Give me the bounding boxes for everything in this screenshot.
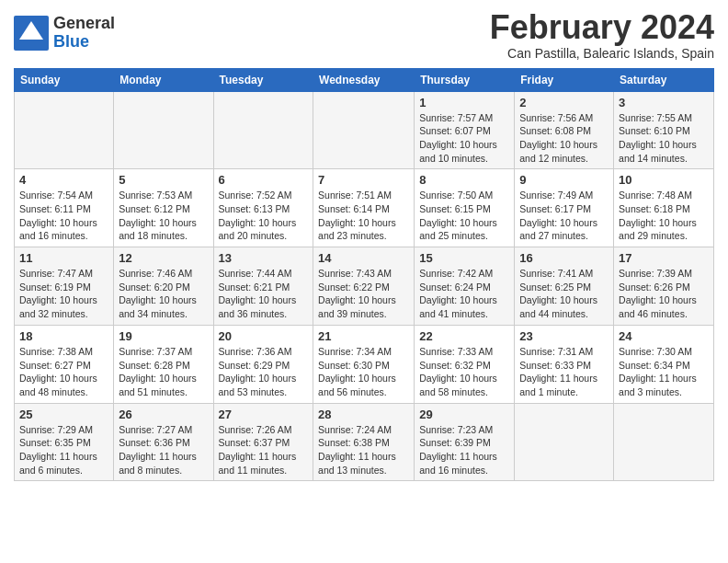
day-info: Sunrise: 7:50 AMSunset: 6:15 PMDaylight:… (419, 189, 509, 243)
day-number: 7 (318, 173, 409, 187)
header-monday: Monday (114, 68, 213, 91)
calendar-table: SundayMondayTuesdayWednesdayThursdayFrid… (14, 68, 714, 482)
title-section: February 2024 Can Pastilla, Balearic Isl… (490, 9, 714, 61)
day-info: Sunrise: 7:48 AMSunset: 6:18 PMDaylight:… (619, 189, 709, 243)
day-info: Sunrise: 7:38 AMSunset: 6:27 PMDaylight:… (19, 345, 108, 399)
logo-icon (14, 16, 49, 51)
week-row-5: 25Sunrise: 7:29 AMSunset: 6:35 PMDayligh… (15, 403, 714, 481)
day-number: 27 (219, 408, 309, 421)
day-info: Sunrise: 7:23 AMSunset: 6:39 PMDaylight:… (419, 423, 509, 477)
day-info: Sunrise: 7:39 AMSunset: 6:26 PMDaylight:… (619, 267, 709, 321)
day-number: 10 (619, 173, 709, 187)
logo: General Blue (14, 15, 115, 52)
calendar-cell: 9Sunrise: 7:49 AMSunset: 6:17 PMDaylight… (515, 169, 614, 247)
day-info: Sunrise: 7:49 AMSunset: 6:17 PMDaylight:… (519, 189, 609, 243)
calendar-cell: 27Sunrise: 7:26 AMSunset: 6:37 PMDayligh… (213, 403, 313, 481)
day-number: 18 (19, 329, 108, 343)
day-info: Sunrise: 7:37 AMSunset: 6:28 PMDaylight:… (119, 345, 208, 399)
day-number: 9 (519, 173, 609, 187)
day-info: Sunrise: 7:51 AMSunset: 6:14 PMDaylight:… (318, 189, 409, 243)
header-tuesday: Tuesday (213, 68, 313, 91)
day-number: 23 (519, 329, 609, 343)
day-number: 13 (219, 251, 309, 265)
calendar-cell: 5Sunrise: 7:53 AMSunset: 6:12 PMDaylight… (114, 169, 213, 247)
week-row-4: 18Sunrise: 7:38 AMSunset: 6:27 PMDayligh… (15, 325, 714, 403)
day-number: 14 (318, 251, 409, 265)
day-info: Sunrise: 7:41 AMSunset: 6:25 PMDaylight:… (519, 267, 609, 321)
header-row: SundayMondayTuesdayWednesdayThursdayFrid… (15, 68, 714, 91)
calendar-cell (15, 91, 114, 169)
day-number: 21 (318, 329, 409, 343)
day-info: Sunrise: 7:26 AMSunset: 6:37 PMDaylight:… (219, 423, 309, 477)
calendar-cell: 13Sunrise: 7:44 AMSunset: 6:21 PMDayligh… (213, 247, 313, 326)
location-title: Can Pastilla, Balearic Islands, Spain (490, 46, 714, 61)
day-number: 4 (19, 173, 108, 187)
calendar-cell: 11Sunrise: 7:47 AMSunset: 6:19 PMDayligh… (15, 247, 114, 326)
day-info: Sunrise: 7:42 AMSunset: 6:24 PMDaylight:… (419, 267, 509, 321)
day-info: Sunrise: 7:56 AMSunset: 6:08 PMDaylight:… (519, 111, 609, 166)
day-info: Sunrise: 7:47 AMSunset: 6:19 PMDaylight:… (19, 267, 108, 321)
day-number: 24 (619, 329, 709, 343)
calendar-cell: 10Sunrise: 7:48 AMSunset: 6:18 PMDayligh… (614, 169, 714, 247)
day-number: 17 (619, 251, 709, 265)
calendar-cell (515, 403, 614, 481)
header-sunday: Sunday (15, 68, 114, 91)
calendar-cell: 19Sunrise: 7:37 AMSunset: 6:28 PMDayligh… (114, 325, 213, 403)
day-info: Sunrise: 7:44 AMSunset: 6:21 PMDaylight:… (219, 267, 309, 321)
day-info: Sunrise: 7:54 AMSunset: 6:11 PMDaylight:… (19, 189, 108, 243)
day-number: 1 (419, 96, 509, 109)
page-header: General Blue February 2024 Can Pastilla,… (14, 9, 714, 61)
week-row-3: 11Sunrise: 7:47 AMSunset: 6:19 PMDayligh… (15, 247, 714, 326)
calendar-cell: 14Sunrise: 7:43 AMSunset: 6:22 PMDayligh… (313, 247, 415, 326)
calendar-cell: 4Sunrise: 7:54 AMSunset: 6:11 PMDaylight… (15, 169, 114, 247)
calendar-cell: 12Sunrise: 7:46 AMSunset: 6:20 PMDayligh… (114, 247, 213, 326)
calendar-cell: 16Sunrise: 7:41 AMSunset: 6:25 PMDayligh… (515, 247, 614, 326)
day-info: Sunrise: 7:24 AMSunset: 6:38 PMDaylight:… (318, 423, 409, 477)
calendar-cell: 28Sunrise: 7:24 AMSunset: 6:38 PMDayligh… (313, 403, 415, 481)
day-info: Sunrise: 7:29 AMSunset: 6:35 PMDaylight:… (19, 423, 108, 477)
week-row-1: 1Sunrise: 7:57 AMSunset: 6:07 PMDaylight… (15, 91, 714, 169)
calendar-cell (313, 91, 415, 169)
day-info: Sunrise: 7:57 AMSunset: 6:07 PMDaylight:… (419, 111, 509, 166)
day-info: Sunrise: 7:46 AMSunset: 6:20 PMDaylight:… (119, 267, 208, 321)
calendar-cell: 7Sunrise: 7:51 AMSunset: 6:14 PMDaylight… (313, 169, 415, 247)
header-wednesday: Wednesday (313, 68, 415, 91)
day-number: 3 (619, 96, 709, 109)
calendar-cell: 22Sunrise: 7:33 AMSunset: 6:32 PMDayligh… (415, 325, 515, 403)
calendar-cell: 20Sunrise: 7:36 AMSunset: 6:29 PMDayligh… (213, 325, 313, 403)
week-row-2: 4Sunrise: 7:54 AMSunset: 6:11 PMDaylight… (15, 169, 714, 247)
calendar-cell: 25Sunrise: 7:29 AMSunset: 6:35 PMDayligh… (15, 403, 114, 481)
day-info: Sunrise: 7:33 AMSunset: 6:32 PMDaylight:… (419, 345, 509, 399)
day-number: 11 (19, 251, 108, 265)
day-info: Sunrise: 7:43 AMSunset: 6:22 PMDaylight:… (318, 267, 409, 321)
logo-blue-text: Blue (53, 33, 115, 52)
day-number: 28 (318, 408, 409, 421)
header-saturday: Saturday (614, 68, 714, 91)
day-number: 22 (419, 329, 509, 343)
logo-general-text: General (53, 15, 115, 33)
day-info: Sunrise: 7:53 AMSunset: 6:12 PMDaylight:… (119, 189, 208, 243)
calendar-cell (614, 403, 714, 481)
calendar-cell: 23Sunrise: 7:31 AMSunset: 6:33 PMDayligh… (515, 325, 614, 403)
day-info: Sunrise: 7:52 AMSunset: 6:13 PMDaylight:… (219, 189, 309, 243)
calendar-cell: 21Sunrise: 7:34 AMSunset: 6:30 PMDayligh… (313, 325, 415, 403)
calendar-cell: 15Sunrise: 7:42 AMSunset: 6:24 PMDayligh… (415, 247, 515, 326)
day-number: 12 (119, 251, 208, 265)
calendar-cell: 26Sunrise: 7:27 AMSunset: 6:36 PMDayligh… (114, 403, 213, 481)
day-number: 8 (419, 173, 509, 187)
calendar-cell: 1Sunrise: 7:57 AMSunset: 6:07 PMDaylight… (415, 91, 515, 169)
day-number: 25 (19, 408, 108, 421)
day-number: 16 (519, 251, 609, 265)
day-number: 20 (219, 329, 309, 343)
day-number: 2 (519, 96, 609, 109)
calendar-cell: 8Sunrise: 7:50 AMSunset: 6:15 PMDaylight… (415, 169, 515, 247)
day-number: 19 (119, 329, 208, 343)
day-info: Sunrise: 7:31 AMSunset: 6:33 PMDaylight:… (519, 345, 609, 399)
header-thursday: Thursday (415, 68, 515, 91)
day-info: Sunrise: 7:36 AMSunset: 6:29 PMDaylight:… (219, 345, 309, 399)
calendar-cell: 18Sunrise: 7:38 AMSunset: 6:27 PMDayligh… (15, 325, 114, 403)
day-info: Sunrise: 7:34 AMSunset: 6:30 PMDaylight:… (318, 345, 409, 399)
header-friday: Friday (515, 68, 614, 91)
day-number: 5 (119, 173, 208, 187)
day-info: Sunrise: 7:27 AMSunset: 6:36 PMDaylight:… (119, 423, 208, 477)
